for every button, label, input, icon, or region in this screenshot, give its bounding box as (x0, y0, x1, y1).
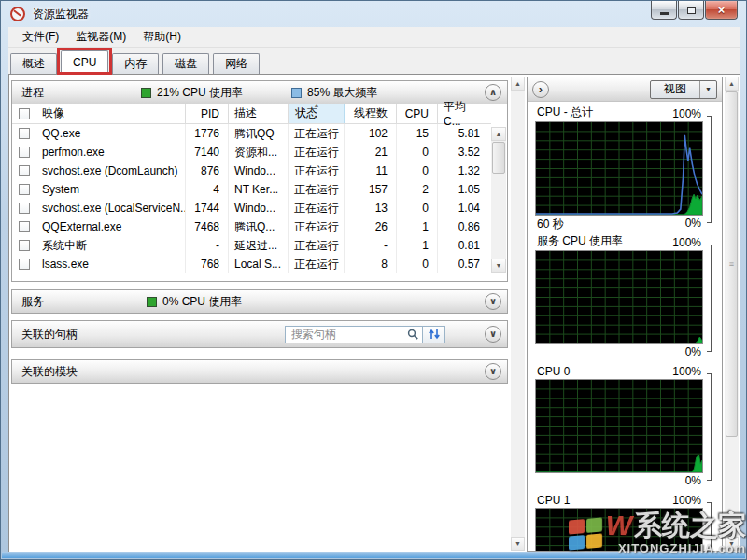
services-expand-button[interactable]: ∨ (485, 293, 501, 310)
sort-asc-icon: ▲ (314, 102, 320, 108)
client-area: 进程 21% CPU 使用率 85% 最大频率 ∧ 映像PID描述状态▲线程数C… (8, 74, 740, 553)
cell-avg: 1.04 (438, 199, 488, 217)
cell-pid: - (186, 236, 229, 255)
scroll-down-icon[interactable]: ▼ (491, 259, 506, 273)
left-pane-scrollbar[interactable]: ▲ ▼ (511, 77, 525, 551)
handles-expand-button[interactable]: ∨ (485, 326, 501, 343)
cell-threads: 157 (345, 180, 397, 199)
graph-top-label: 100% (672, 236, 701, 249)
axis-bracket (707, 245, 712, 352)
process-section: 进程 21% CPU 使用率 85% 最大频率 ∧ 映像PID描述状态▲线程数C… (11, 80, 508, 282)
cell-status: 正在运行 (289, 124, 345, 143)
cell-pid: 7140 (186, 143, 229, 161)
graph-top-label: 100% (672, 107, 701, 120)
row-checkbox[interactable] (19, 259, 30, 270)
views-button[interactable]: 视图 ▼ (650, 80, 717, 99)
scrollbar-thumb[interactable]: ≡ (726, 91, 738, 437)
scroll-up-icon[interactable]: ▲ (511, 77, 525, 91)
tab-CPU[interactable]: CPU (61, 50, 108, 74)
tab-网络[interactable]: 网络 (213, 53, 260, 74)
select-all-checkbox[interactable] (19, 108, 30, 119)
process-table-body: QQ.exe1776腾讯QQ正在运行102155.81perfmon.exe71… (12, 124, 507, 273)
modules-expand-button[interactable]: ∨ (485, 363, 501, 380)
axis-bracket (707, 373, 712, 481)
row-checkbox[interactable] (19, 128, 30, 139)
row-checkbox[interactable] (19, 203, 30, 214)
graph-title-row: 服务 CPU 使用率100% (535, 236, 703, 250)
column-header-status[interactable]: 状态▲ (289, 104, 345, 123)
services-section-title: 服务 (18, 294, 44, 310)
handles-section: 关联的句柄 ∨ (11, 320, 508, 348)
header-checkbox-cell (12, 104, 36, 123)
process-collapse-button[interactable]: ∧ (485, 84, 501, 101)
column-header-img[interactable]: 映像 (36, 104, 186, 123)
cell-image: System (36, 180, 186, 199)
table-row[interactable]: perfmon.exe7140资源和...正在运行2103.52 (12, 143, 491, 161)
table-row[interactable]: QQ.exe1776腾讯QQ正在运行102155.81 (12, 124, 491, 143)
column-header-desc[interactable]: 描述 (229, 104, 289, 123)
collapse-panel-button[interactable]: › (532, 81, 549, 98)
close-button[interactable]: × (705, 1, 738, 20)
cell-avg: 0.81 (438, 236, 488, 255)
table-row[interactable]: lsass.exe768Local S...正在运行800.57 (12, 255, 491, 273)
column-header-pid[interactable]: PID (186, 104, 229, 123)
search-icon[interactable] (407, 329, 419, 341)
menu-item-0[interactable]: 文件(F) (14, 27, 67, 47)
cell-image: QQExternal.exe (36, 217, 186, 236)
maximize-button[interactable] (678, 1, 704, 20)
row-checkbox-cell (12, 255, 36, 273)
right-pane-scrollbar[interactable]: ▲ ≡ ▼ (725, 77, 739, 551)
graph-bottom-right-label: 0% (685, 345, 701, 358)
close-icon: × (718, 4, 726, 16)
modules-section-title: 关联的模块 (18, 364, 78, 380)
cell-avg: 1.32 (438, 161, 488, 180)
table-row[interactable]: 系统中断-延迟过...正在运行-10.81 (12, 236, 491, 255)
axis-bracket (707, 116, 712, 223)
table-row[interactable]: svchost.exe (DcomLaunch)876Windo...正在运行1… (12, 161, 491, 180)
chevron-down-icon: ∨ (489, 367, 497, 376)
handle-search-input[interactable] (291, 328, 407, 341)
tab-磁盘[interactable]: 磁盘 (162, 53, 209, 74)
table-row[interactable]: QQExternal.exe7468腾讯Q...正在运行2610.86 (12, 217, 491, 236)
minimize-button[interactable] (651, 1, 677, 20)
dropdown-arrow-icon[interactable]: ▼ (699, 81, 716, 98)
table-row[interactable]: System4NT Ker...正在运行15721.05 (12, 180, 491, 199)
row-checkbox[interactable] (19, 240, 30, 251)
cell-desc: 腾讯Q... (229, 217, 289, 236)
scroll-down-icon[interactable]: ▼ (725, 537, 739, 551)
cell-cpu: 2 (397, 180, 438, 199)
scroll-down-icon[interactable]: ▼ (511, 537, 525, 551)
cell-pid: 7468 (186, 217, 229, 236)
tab-概述[interactable]: 概述 (10, 53, 57, 74)
table-row[interactable]: svchost.exe (LocalServiceN...1744Windo..… (12, 199, 491, 217)
scrollbar-thumb[interactable] (492, 142, 505, 174)
row-checkbox[interactable] (19, 184, 30, 195)
cell-cpu: 1 (397, 236, 438, 255)
row-checkbox[interactable] (19, 165, 30, 176)
row-checkbox-cell (12, 161, 36, 180)
column-header-threads[interactable]: 线程数 (345, 104, 397, 123)
refresh-search-button[interactable] (423, 326, 445, 343)
cell-image: svchost.exe (DcomLaunch) (36, 161, 186, 180)
cell-pid: 1744 (186, 199, 229, 217)
cell-threads: 21 (345, 143, 397, 161)
cell-threads: 102 (345, 124, 397, 143)
window-bottom-edge (2, 552, 745, 558)
scroll-up-icon[interactable]: ▲ (491, 127, 506, 141)
tab-内存[interactable]: 内存 (112, 53, 159, 74)
scroll-up-icon[interactable]: ▲ (725, 77, 739, 91)
row-checkbox[interactable] (19, 221, 30, 232)
graph-top-label: 100% (672, 494, 701, 507)
process-section-header: 进程 21% CPU 使用率 85% 最大频率 ∧ (12, 81, 507, 104)
row-checkbox-cell (12, 143, 36, 161)
process-table-scrollbar[interactable]: ▲ ▼ (491, 127, 506, 273)
column-header-cpu[interactable]: CPU (397, 104, 438, 123)
graph-title: CPU 1 (537, 494, 570, 507)
menu-item-1[interactable]: 监视器(M) (67, 27, 134, 47)
row-checkbox-cell (12, 199, 36, 217)
graph-3: CPU 1100% (535, 494, 714, 552)
menu-item-2[interactable]: 帮助(H) (134, 27, 190, 47)
row-checkbox[interactable] (19, 147, 30, 158)
graph-title-row: CPU 0100% (535, 365, 703, 379)
column-header-avg[interactable]: 平均 C... (438, 104, 488, 123)
